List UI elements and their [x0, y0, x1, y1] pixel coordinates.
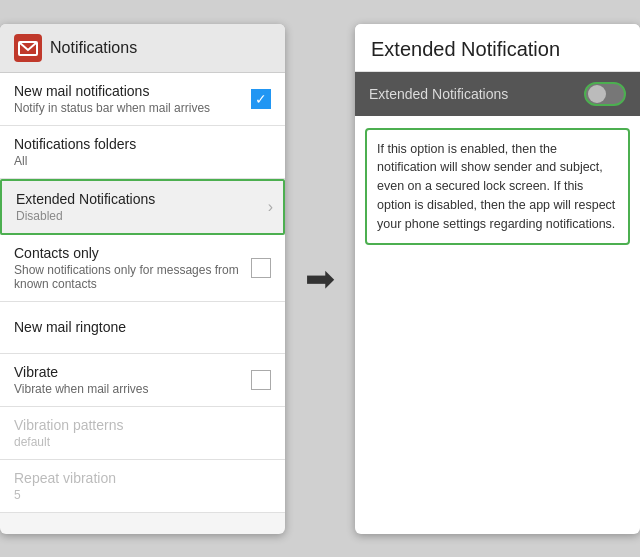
vibrate-text: Vibrate Vibrate when mail arrives	[14, 364, 251, 396]
toggle-label: Extended Notifications	[369, 86, 508, 102]
chevron-right-icon: ›	[268, 198, 273, 216]
new-mail-checkbox[interactable]: ✓	[251, 89, 271, 109]
setting-ringtone[interactable]: New mail ringtone	[0, 302, 285, 354]
left-header: Notifications	[0, 24, 285, 73]
notif-folders-title: Notifications folders	[14, 136, 271, 152]
contacts-only-subtitle: Show notifications only for messages fro…	[14, 263, 251, 291]
setting-repeat-vibration: Repeat vibration 5	[0, 460, 285, 513]
repeat-vibration-subtitle: 5	[14, 488, 271, 502]
right-panel: Extended Notification Extended Notificat…	[355, 24, 640, 534]
setting-vibrate[interactable]: Vibrate Vibrate when mail arrives	[0, 354, 285, 407]
vibrate-checkbox[interactable]	[251, 370, 271, 390]
contacts-only-text: Contacts only Show notifications only fo…	[14, 245, 251, 291]
vibrate-title: Vibrate	[14, 364, 251, 380]
contacts-only-checkbox[interactable]	[251, 258, 271, 278]
extended-notif-title: Extended Notifications	[16, 191, 269, 207]
description-box: If this option is enabled, then the noti…	[365, 128, 630, 246]
extended-notif-subtitle: Disabled	[16, 209, 269, 223]
settings-list: New mail notifications Notify in status …	[0, 73, 285, 534]
mail-icon	[14, 34, 42, 62]
forward-arrow-icon: ➡	[305, 258, 335, 300]
vibrate-subtitle: Vibrate when mail arrives	[14, 382, 251, 396]
setting-extended-notif[interactable]: Extended Notifications Disabled ›	[0, 179, 285, 235]
notif-folders-subtitle: All	[14, 154, 271, 168]
left-panel-title: Notifications	[50, 39, 137, 57]
vibration-patterns-subtitle: default	[14, 435, 271, 449]
contacts-only-title: Contacts only	[14, 245, 251, 261]
toggle-knob	[588, 85, 606, 103]
toggle-row[interactable]: Extended Notifications	[355, 72, 640, 116]
setting-contacts-only[interactable]: Contacts only Show notifications only fo…	[0, 235, 285, 302]
left-panel: Notifications New mail notifications Not…	[0, 24, 285, 534]
arrow-container: ➡	[295, 258, 345, 300]
repeat-vibration-title: Repeat vibration	[14, 470, 271, 486]
setting-new-mail-text: New mail notifications Notify in status …	[14, 83, 251, 115]
setting-new-mail[interactable]: New mail notifications Notify in status …	[0, 73, 285, 126]
description-text: If this option is enabled, then the noti…	[377, 140, 618, 234]
ringtone-title: New mail ringtone	[14, 319, 271, 335]
vibration-patterns-title: Vibration patterns	[14, 417, 271, 433]
right-panel-title: Extended Notification	[371, 38, 624, 61]
setting-notif-folders[interactable]: Notifications folders All	[0, 126, 285, 179]
main-container: Notifications New mail notifications Not…	[0, 0, 640, 557]
setting-new-mail-subtitle: Notify in status bar when mail arrives	[14, 101, 251, 115]
setting-new-mail-title: New mail notifications	[14, 83, 251, 99]
setting-vibration-patterns: Vibration patterns default	[0, 407, 285, 460]
extended-notifications-toggle[interactable]	[584, 82, 626, 106]
right-header: Extended Notification	[355, 24, 640, 72]
